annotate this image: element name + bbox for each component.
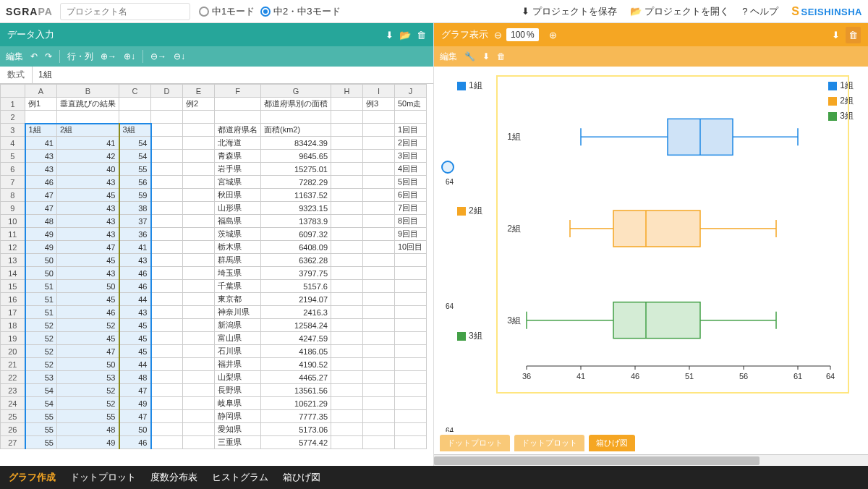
cell[interactable]: 例3 bbox=[363, 98, 395, 111]
cell[interactable] bbox=[331, 124, 363, 137]
row-header[interactable]: 19 bbox=[1, 332, 25, 345]
cell[interactable]: 41 bbox=[57, 137, 119, 150]
trash-icon[interactable]: 🗑 bbox=[417, 30, 426, 41]
cell[interactable]: 83424.39 bbox=[261, 137, 331, 150]
cell[interactable]: 51 bbox=[25, 293, 57, 306]
cell[interactable] bbox=[331, 384, 363, 397]
cell[interactable] bbox=[151, 436, 183, 449]
col-header[interactable]: G bbox=[261, 85, 331, 98]
cell[interactable] bbox=[363, 241, 395, 254]
folder-open-icon[interactable]: 📂 bbox=[399, 30, 411, 41]
cell[interactable] bbox=[331, 254, 363, 267]
mode2-radio[interactable]: 中2・中3モード bbox=[260, 5, 340, 18]
bottom-item[interactable]: 度数分布表 bbox=[150, 471, 197, 484]
cell[interactable]: 愛知県 bbox=[215, 423, 261, 436]
cell[interactable]: 5173.06 bbox=[261, 423, 331, 436]
cell[interactable] bbox=[363, 384, 395, 397]
cell[interactable] bbox=[151, 111, 183, 124]
cell[interactable] bbox=[151, 254, 183, 267]
row-header[interactable]: 1 bbox=[1, 98, 25, 111]
cell[interactable] bbox=[331, 98, 363, 111]
cell[interactable] bbox=[331, 215, 363, 228]
cell[interactable] bbox=[395, 319, 427, 332]
cell[interactable] bbox=[363, 345, 395, 358]
cell[interactable] bbox=[25, 111, 57, 124]
cell[interactable]: 岩手県 bbox=[215, 163, 261, 176]
cell[interactable]: 40 bbox=[57, 163, 119, 176]
cell[interactable]: 4465.27 bbox=[261, 371, 331, 384]
cell[interactable] bbox=[151, 176, 183, 189]
cell[interactable]: 50 bbox=[57, 280, 119, 293]
cell[interactable]: 福島県 bbox=[215, 215, 261, 228]
cell[interactable] bbox=[331, 293, 363, 306]
row-header[interactable]: 2 bbox=[1, 111, 25, 124]
cell[interactable]: 42 bbox=[57, 150, 119, 163]
chart-edit-menu[interactable]: 編集 bbox=[440, 51, 457, 63]
cell[interactable] bbox=[183, 228, 215, 241]
cell[interactable] bbox=[395, 384, 427, 397]
cell[interactable]: 45 bbox=[119, 345, 151, 358]
save-project-button[interactable]: ⬇プロジェクトを保存 bbox=[522, 5, 617, 18]
row-header[interactable]: 10 bbox=[1, 215, 25, 228]
cell[interactable]: 45 bbox=[57, 332, 119, 345]
cell[interactable] bbox=[395, 371, 427, 384]
row-header[interactable]: 4 bbox=[1, 137, 25, 150]
cell[interactable] bbox=[151, 241, 183, 254]
row-header[interactable]: 6 bbox=[1, 163, 25, 176]
cell[interactable]: 宮城県 bbox=[215, 176, 261, 189]
cell[interactable] bbox=[151, 228, 183, 241]
cell[interactable]: 47 bbox=[25, 202, 57, 215]
cell[interactable] bbox=[151, 423, 183, 436]
cell[interactable] bbox=[363, 202, 395, 215]
cell[interactable] bbox=[363, 358, 395, 371]
cell[interactable]: 41 bbox=[25, 137, 57, 150]
cell[interactable]: 4186.05 bbox=[261, 345, 331, 358]
cell[interactable] bbox=[331, 332, 363, 345]
cell[interactable]: 53 bbox=[57, 371, 119, 384]
cell[interactable] bbox=[151, 345, 183, 358]
slider-handle[interactable] bbox=[441, 161, 454, 174]
download-icon[interactable]: ⬇ bbox=[386, 30, 393, 41]
col-header[interactable]: C bbox=[119, 85, 151, 98]
cell[interactable]: 1回目 bbox=[395, 124, 427, 137]
cell[interactable]: 15275.01 bbox=[261, 163, 331, 176]
cell[interactable] bbox=[183, 436, 215, 449]
cell[interactable] bbox=[395, 332, 427, 345]
cell[interactable]: 例2 bbox=[183, 98, 215, 111]
help-button[interactable]: ?ヘルプ bbox=[742, 5, 778, 18]
cell[interactable]: 1組 bbox=[25, 124, 57, 137]
cell[interactable] bbox=[363, 397, 395, 410]
cell[interactable]: 6362.28 bbox=[261, 254, 331, 267]
project-name-input[interactable] bbox=[60, 3, 190, 20]
cell[interactable]: 4190.52 bbox=[261, 358, 331, 371]
row-header[interactable]: 16 bbox=[1, 293, 25, 306]
bottom-item[interactable]: ドットプロット bbox=[70, 471, 136, 484]
cell[interactable]: 7回目 bbox=[395, 202, 427, 215]
cell[interactable]: 50m走 bbox=[395, 98, 427, 111]
col-header[interactable]: H bbox=[331, 85, 363, 98]
cell[interactable] bbox=[331, 202, 363, 215]
row-header[interactable]: 23 bbox=[1, 384, 25, 397]
cell[interactable] bbox=[151, 332, 183, 345]
col-header[interactable]: J bbox=[395, 85, 427, 98]
cell[interactable]: 6回目 bbox=[395, 189, 427, 202]
open-project-button[interactable]: 📂プロジェクトを開く bbox=[630, 5, 729, 18]
cell[interactable]: 53 bbox=[25, 371, 57, 384]
cell[interactable] bbox=[183, 371, 215, 384]
cell[interactable] bbox=[395, 397, 427, 410]
cell[interactable]: 51 bbox=[25, 306, 57, 319]
cell[interactable]: 43 bbox=[57, 202, 119, 215]
cell[interactable]: 49 bbox=[119, 397, 151, 410]
cell[interactable]: 36 bbox=[119, 228, 151, 241]
cell[interactable]: 10回目 bbox=[395, 241, 427, 254]
row-header[interactable]: 24 bbox=[1, 397, 25, 410]
cell[interactable]: 55 bbox=[119, 163, 151, 176]
cell[interactable] bbox=[183, 124, 215, 137]
cell[interactable]: 9323.15 bbox=[261, 202, 331, 215]
cell[interactable]: 3797.75 bbox=[261, 267, 331, 280]
cell[interactable]: 54 bbox=[119, 150, 151, 163]
cell[interactable]: 55 bbox=[25, 436, 57, 449]
cell[interactable]: 43 bbox=[57, 215, 119, 228]
cell[interactable]: 茨城県 bbox=[215, 228, 261, 241]
cell[interactable]: 48 bbox=[57, 423, 119, 436]
